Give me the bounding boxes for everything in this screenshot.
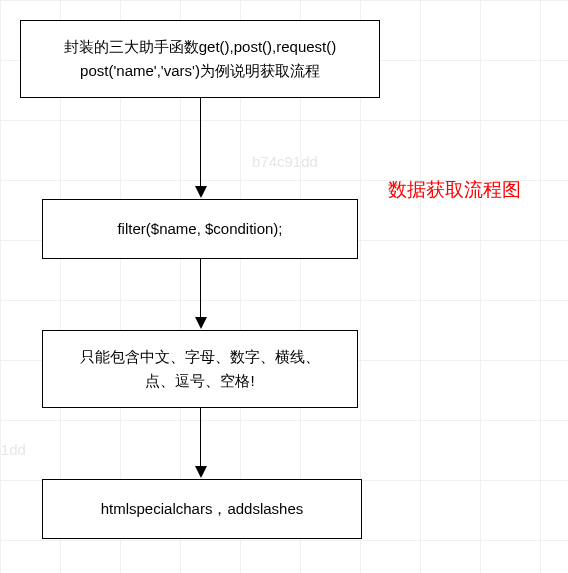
node-text: 只能包含中文、字母、数字、横线、: [80, 345, 320, 369]
watermark: b74c91dd: [0, 441, 26, 458]
node-text: 封装的三大助手函数get(),post(),request(): [64, 35, 337, 59]
flow-node-helpers: 封装的三大助手函数get(),post(),request() post('na…: [20, 20, 380, 98]
flow-node-allowed-chars: 只能包含中文、字母、数字、横线、 点、逗号、空格!: [42, 330, 358, 408]
node-text: post('name','vars')为例说明获取流程: [64, 59, 337, 83]
watermark: b74c91dd: [252, 153, 318, 170]
diagram-title: 数据获取流程图: [388, 177, 521, 203]
node-text: filter($name, $condition);: [117, 217, 282, 241]
node-text: htmlspecialchars，addslashes: [101, 497, 304, 521]
flow-node-escape: htmlspecialchars，addslashes: [42, 479, 362, 539]
node-text: 点、逗号、空格!: [80, 369, 320, 393]
flow-node-filter: filter($name, $condition);: [42, 199, 358, 259]
